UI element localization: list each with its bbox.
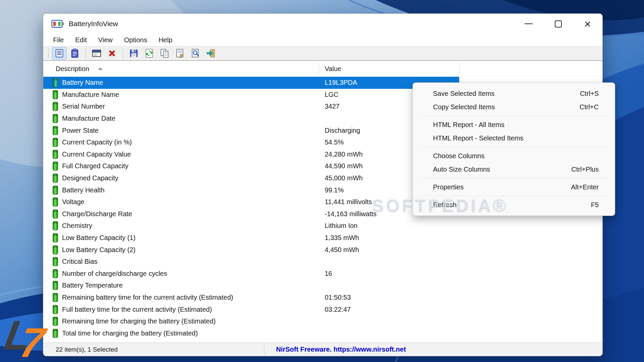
window-controls: × <box>514 14 602 34</box>
context-menu-item-auto-size-columns[interactable]: Auto Size Columns Ctrl+Plus <box>413 163 615 176</box>
context-menu-item-save-selected-items[interactable]: Save Selected Items Ctrl+S <box>413 87 615 100</box>
titlebar[interactable]: BatteryInfoView × <box>43 14 602 34</box>
battery-icon <box>53 150 58 159</box>
copy-button[interactable] <box>157 47 172 60</box>
row-description: Manufacture Date <box>62 115 115 122</box>
context-menu-shortcut: Ctrl+C <box>580 103 599 111</box>
battery-icon <box>53 281 58 290</box>
row-description: Designed Capacity <box>62 174 118 182</box>
context-menu-item-choose-columns[interactable]: Choose Columns <box>413 149 615 163</box>
screen: BatteryInfoView × FileEditViewOptionsHel… <box>0 0 644 362</box>
context-menu-item-copy-selected-items[interactable]: Copy Selected Items Ctrl+C <box>413 100 615 114</box>
battery-icon <box>53 102 58 111</box>
menubar-item-view[interactable]: View <box>93 36 118 45</box>
battery-icon <box>53 138 58 147</box>
context-menu-item-refresh[interactable]: Refresh F5 <box>413 198 615 212</box>
menu-bar: FileEditViewOptionsHelp <box>43 34 602 46</box>
row-description: Current Capacity Value <box>62 150 131 158</box>
context-menu-shortcut: Alt+Enter <box>571 183 599 191</box>
context-menu-item-label: HTML Report - Selected Items <box>433 134 523 142</box>
nirsoft-link[interactable]: NirSoft Freeware. https://www.nirsoft.ne… <box>276 346 406 353</box>
battery-icon <box>53 114 58 123</box>
clipboard-view-button[interactable] <box>67 47 82 60</box>
row-value: 03:22:47 <box>325 306 351 313</box>
context-menu-separator <box>420 116 607 116</box>
row-description: Remaining battery time for the current a… <box>62 294 233 301</box>
menubar-item-edit[interactable]: Edit <box>69 36 92 45</box>
context-menu-item-properties[interactable]: Properties Alt+Enter <box>413 180 615 194</box>
row-description: Low Battery Capacity (2) <box>62 246 136 254</box>
advanced-options-button[interactable] <box>89 47 104 60</box>
row-description: Number of charge/discharge cycles <box>62 270 167 278</box>
minimize-button[interactable] <box>514 14 543 34</box>
context-menu-item-label: Copy Selected Items <box>433 103 495 111</box>
battery-icon <box>53 305 58 314</box>
copy-icon <box>160 48 170 58</box>
refresh-icon <box>144 48 154 58</box>
row-description: Power State <box>62 127 99 134</box>
properties-button[interactable] <box>173 47 187 60</box>
column-description-label: Description <box>56 65 89 73</box>
exit-button[interactable] <box>204 47 218 60</box>
row-value: -14,163 milliwatts <box>325 210 377 218</box>
row-value: Discharging <box>325 127 360 134</box>
table-row-full-battery-time-for-the-current-activity-estimated[interactable]: Full battery time for the current activi… <box>43 303 602 315</box>
table-row-low-battery-capacity-2[interactable]: Low Battery Capacity (2) 4,450 mWh <box>43 244 602 256</box>
refresh-button[interactable] <box>142 47 157 60</box>
column-divider[interactable] <box>319 63 319 74</box>
context-menu-shortcut: Ctrl+S <box>580 90 599 98</box>
exit-icon <box>206 48 216 58</box>
menubar-item-file[interactable]: File <box>47 36 69 45</box>
battery-icon <box>53 233 58 242</box>
battery-icon <box>53 269 58 278</box>
close-button[interactable]: × <box>573 14 602 34</box>
app-battery-icon <box>51 19 64 28</box>
table-row-remaining-battery-time-for-the-current-activity-estimated[interactable]: Remaining battery time for the current a… <box>43 292 602 304</box>
status-bar: 22 item(s), 1 Selected NirSoft Freeware.… <box>43 343 602 356</box>
row-value: L19L3PDA <box>325 79 357 86</box>
context-menu-item-label: Auto Size Columns <box>433 166 490 173</box>
row-value: 44,590 mWh <box>325 162 363 170</box>
row-description: Voltage <box>62 198 85 206</box>
context-menu-item-label: HTML Report - All Items <box>433 121 504 129</box>
row-value: 54.5% <box>325 138 344 146</box>
row-value: 3427 <box>325 103 340 110</box>
menubar-item-help[interactable]: Help <box>153 36 178 45</box>
context-menu-shortcut: F5 <box>591 201 599 209</box>
clipboard-view-icon <box>70 48 80 58</box>
row-description: Remaining time for charging the battery … <box>62 317 216 325</box>
save-button[interactable] <box>126 47 141 60</box>
battery-icon <box>53 257 58 266</box>
context-menu: Save Selected Items Ctrl+S Copy Selected… <box>413 82 615 216</box>
battery-icon <box>53 245 58 254</box>
context-menu-item-html-report-selected-items[interactable]: HTML Report - Selected Items <box>413 131 615 145</box>
battery-icon <box>53 174 58 183</box>
row-description: Total time for charging the battery (Est… <box>62 329 198 337</box>
column-header-description[interactable]: Description <box>56 61 103 77</box>
row-value: 45,000 mWh <box>325 174 363 182</box>
row-description: Battery Name <box>62 79 103 86</box>
report-view-button[interactable] <box>52 47 67 60</box>
save-icon <box>129 48 139 58</box>
window-title: BatteryInfoView <box>69 20 118 28</box>
delete-icon <box>107 48 117 58</box>
context-menu-shortcut: Ctrl+Plus <box>571 166 599 173</box>
menubar-item-options[interactable]: Options <box>118 36 153 45</box>
find-button[interactable] <box>188 47 203 60</box>
row-value: 99.1% <box>325 186 344 194</box>
column-divider[interactable] <box>459 63 460 74</box>
table-row-number-of-charge-discharge-cycles[interactable]: Number of charge/discharge cycles 16 <box>43 268 602 280</box>
context-menu-item-html-report-all-items[interactable]: HTML Report - All Items <box>413 118 615 131</box>
table-row-battery-temperature[interactable]: Battery Temperature <box>43 280 602 292</box>
table-row-critical-bias[interactable]: Critical Bias <box>43 256 602 268</box>
row-description: Critical Bias <box>62 258 98 265</box>
row-description: Manufacture Name <box>62 91 119 99</box>
table-row-total-time-for-charging-the-battery-estimated[interactable]: Total time for charging the battery (Est… <box>43 327 602 339</box>
table-row-chemistry[interactable]: Chemistry Lithium Ion <box>43 220 602 232</box>
table-row-remaining-time-for-charging-the-battery-estimated[interactable]: Remaining time for charging the battery … <box>43 315 602 327</box>
column-header-value[interactable]: Value <box>325 61 341 77</box>
delete-button[interactable] <box>105 47 119 60</box>
battery-icon <box>53 186 58 195</box>
maximize-button[interactable] <box>543 14 573 34</box>
table-row-low-battery-capacity-1[interactable]: Low Battery Capacity (1) 1,335 mWh <box>43 232 602 244</box>
